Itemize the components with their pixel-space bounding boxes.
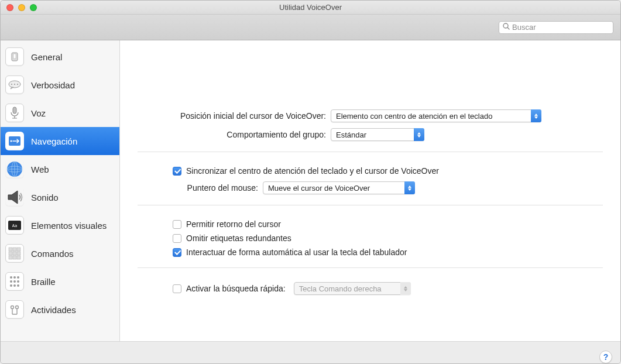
help-button[interactable]: ? <box>599 351 612 363</box>
svg-rect-21 <box>13 248 16 251</box>
sidebar-item-label: Navegación <box>31 136 77 146</box>
group-behavior-value: Estándar <box>336 131 371 139</box>
braille-icon <box>5 272 24 291</box>
sidebar-item-label: Sonido <box>31 193 59 202</box>
svg-point-6 <box>14 84 15 85</box>
allow-cursor-return-row[interactable]: Permitir retorno del cursor <box>138 219 603 229</box>
mouse-pointer-label: Puntero del mouse: <box>138 183 263 193</box>
popup-arrows-icon <box>414 128 424 141</box>
window-title: Utilidad VoiceOver <box>1 3 620 12</box>
svg-rect-24 <box>13 252 16 255</box>
web-icon <box>5 160 24 178</box>
svg-point-12 <box>11 140 12 142</box>
group-behavior-popup[interactable]: Estándar <box>331 128 424 141</box>
popup-arrows-icon <box>400 282 411 295</box>
svg-rect-25 <box>17 252 20 255</box>
main-panel: Posición inicial del cursor de VoiceOver… <box>120 40 620 341</box>
sidebar-item-sound[interactable]: Sonido <box>1 183 119 211</box>
sidebar-item-commands[interactable]: Comandos <box>1 239 119 267</box>
svg-rect-20 <box>9 248 12 251</box>
sync-focus-label: Sincronizar el centro de atención del te… <box>186 166 439 176</box>
interact-tab-checkbox[interactable] <box>173 248 181 257</box>
sidebar-item-label: Web <box>31 164 49 174</box>
svg-point-40 <box>16 306 19 309</box>
commands-icon <box>5 244 24 263</box>
allow-cursor-return-label: Permitir retorno del cursor <box>186 219 281 229</box>
verbosity-icon <box>5 75 24 94</box>
svg-point-34 <box>17 280 19 283</box>
svg-rect-27 <box>13 256 16 259</box>
mouse-pointer-popup[interactable]: Mueve el cursor de VoiceOver <box>263 181 415 194</box>
search-field-wrap[interactable] <box>499 21 613 34</box>
quick-search-popup: Tecla Comando derecha <box>294 282 411 295</box>
titlebar: Utilidad VoiceOver <box>1 1 620 15</box>
svg-point-36 <box>13 284 16 287</box>
quick-search-row[interactable]: Activar la búsqueda rápida: Tecla Comand… <box>138 282 603 295</box>
svg-point-29 <box>10 276 12 279</box>
sidebar-item-braille[interactable]: Braille <box>1 267 119 296</box>
minimize-window-button[interactable] <box>18 4 25 11</box>
initial-cursor-label: Posición inicial del cursor de VoiceOver… <box>138 111 331 121</box>
svg-line-1 <box>507 28 509 29</box>
svg-point-5 <box>11 84 12 85</box>
sidebar-item-navigation[interactable]: Navegación <box>1 127 119 155</box>
initial-cursor-value: Elemento con centro de atención en el te… <box>336 112 497 121</box>
sidebar-item-speech[interactable]: Voz <box>1 99 119 127</box>
quick-search-label: Activar la búsqueda rápida: <box>186 284 286 293</box>
svg-point-35 <box>10 284 12 287</box>
interact-tab-label: Interactuar de forma automática al usar … <box>186 248 407 257</box>
skip-redundant-checkbox[interactable] <box>173 234 181 243</box>
svg-rect-26 <box>9 256 12 259</box>
initial-cursor-popup[interactable]: Elemento con centro de atención en el te… <box>331 109 541 122</box>
svg-rect-23 <box>9 252 12 255</box>
svg-point-7 <box>17 84 18 85</box>
quick-search-checkbox[interactable] <box>173 284 181 293</box>
interact-tab-row[interactable]: Interactuar de forma automática al usar … <box>138 248 603 257</box>
sidebar-item-activities[interactable]: Actividades <box>1 296 119 324</box>
sound-icon <box>5 188 24 207</box>
visuals-icon: Aa <box>5 216 24 235</box>
svg-rect-28 <box>17 256 20 259</box>
close-window-button[interactable] <box>6 4 13 11</box>
sidebar-item-general[interactable]: General <box>1 43 119 71</box>
sidebar-item-label: Elementos visuales <box>31 221 107 231</box>
allow-cursor-return-checkbox[interactable] <box>173 220 181 229</box>
skip-redundant-label: Omitir etiquetas redundantes <box>186 233 291 243</box>
window-controls <box>1 4 37 11</box>
search-icon <box>503 23 510 32</box>
sidebar-item-label: Actividades <box>31 305 76 315</box>
sidebar-item-label: Comandos <box>31 249 74 259</box>
general-icon <box>5 47 24 66</box>
svg-rect-8 <box>13 107 16 114</box>
svg-rect-3 <box>13 54 16 59</box>
popup-arrows-icon <box>404 181 415 194</box>
sidebar-item-label: Verbosidad <box>31 80 75 90</box>
quick-search-value: Tecla Comando derecha <box>299 284 386 293</box>
svg-point-32 <box>10 280 12 283</box>
svg-point-30 <box>13 276 16 279</box>
svg-point-37 <box>17 284 19 287</box>
group-behavior-label: Comportamiento del grupo: <box>138 130 331 139</box>
search-input[interactable] <box>512 23 609 32</box>
sidebar-item-label: General <box>31 52 62 62</box>
activities-icon <box>5 300 24 319</box>
svg-point-31 <box>17 276 19 279</box>
sidebar: General Verbosidad Voz Navegación Web <box>1 40 120 341</box>
skip-redundant-row[interactable]: Omitir etiquetas redundantes <box>138 233 603 243</box>
sidebar-item-label: Voz <box>31 108 46 118</box>
navigation-icon <box>5 132 24 150</box>
mouse-pointer-value: Mueve el cursor de VoiceOver <box>268 184 375 193</box>
sidebar-item-visuals[interactable]: Aa Elementos visuales <box>1 211 119 239</box>
zoom-window-button[interactable] <box>30 4 37 11</box>
svg-point-33 <box>13 280 16 283</box>
sidebar-item-verbosity[interactable]: Verbosidad <box>1 71 119 99</box>
toolbar <box>1 15 620 40</box>
sync-focus-checkbox[interactable] <box>173 167 181 176</box>
svg-rect-22 <box>17 248 20 251</box>
speech-icon <box>5 104 24 122</box>
help-icon-label: ? <box>603 352 609 362</box>
svg-text:Aa: Aa <box>12 224 17 228</box>
bottom-bar: ? <box>1 341 620 363</box>
sidebar-item-web[interactable]: Web <box>1 155 119 183</box>
sync-focus-checkbox-row[interactable]: Sincronizar el centro de atención del te… <box>138 166 603 176</box>
